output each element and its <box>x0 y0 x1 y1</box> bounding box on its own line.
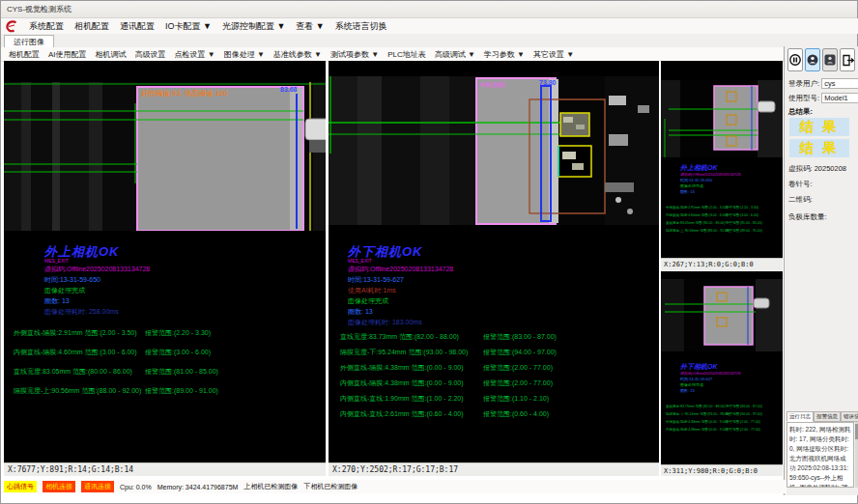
menu-system-config[interactable]: 系统配置 <box>29 20 64 33</box>
measure-row: 内侧直线-隔膜:4.60mm 范围:(3.00 - 6.00)报警范围:(3.0… <box>14 343 218 362</box>
virtual-code-left: 虚拟码:Offline20250208133134728 <box>44 264 150 274</box>
coords-bar-mini-bottom: X:311;Y:980;R:0;G:0;B:0 <box>661 464 783 476</box>
coords-bar-left: X:7677;Y:891;R:14;G:14;B:14 <box>4 462 326 476</box>
tool-image-processing[interactable]: 图像处理 ▼ <box>224 49 265 60</box>
measure-row: 内侧直线-直线:1.90mm 范围:(1.00 - 2.20)报警范围:(1.1… <box>340 391 557 406</box>
ai-time-middle: 使用AI耗时:1ms <box>348 285 453 295</box>
process-done-middle: 图像处理完成 <box>348 295 453 306</box>
sidebar-buttons <box>787 48 855 71</box>
mini-result-top: 外上相机OK 虚拟码:Offline20250208133134728 时间:1… <box>680 165 740 195</box>
tool-ai-config[interactable]: AI使用配置 <box>48 49 87 60</box>
camera-view-mini-bottom[interactable]: 外下相机OK 虚拟码:Offline20250208133134728 时间:1… <box>661 271 783 464</box>
camera-image-mini-bottom[interactable] <box>661 279 783 351</box>
log-tab-error[interactable]: 错误信息 <box>841 411 858 422</box>
width-measure-label: 83.68 <box>280 86 298 93</box>
measure-row: 内侧直线-隔膜:4.38mm 范围:(0.00 - 9.00)报警范围:(2.0… <box>340 376 557 391</box>
elapsed-middle: 图像处理耗时: 183.00ms <box>348 317 453 327</box>
mini-measurements-bottom: 直线宽度:83.73mm 范围:(82.00 - 88.00)报警范围:(83.… <box>666 403 762 434</box>
tool-spot-check[interactable]: 点检设置 ▼ <box>175 49 215 60</box>
tool-advanced-debug[interactable]: 高级调试 ▼ <box>435 49 475 60</box>
circle-count-left: 圈数: 13 <box>44 295 150 306</box>
tool-test-params[interactable]: 测试项参数 ▼ <box>330 49 379 60</box>
menu-view[interactable]: 查看 ▼ <box>296 20 324 33</box>
result-block-middle: 外下相机OK MES_EXIT 虚拟码:Offline2025020813313… <box>348 246 453 327</box>
login-user-button[interactable] <box>805 48 820 71</box>
exit-button[interactable] <box>840 48 855 71</box>
tool-camera-config[interactable]: 相机配置 <box>9 49 40 60</box>
pause-button[interactable] <box>787 48 803 71</box>
menu-bar: 系统配置 相机配置 通讯配置 IO卡配置 ▼ 光源控制配置 ▼ 查看 ▼ 系统语… <box>1 18 858 34</box>
connector-part <box>305 119 326 140</box>
login-user-row: 登录用户: cys <box>788 78 858 89</box>
log-tab-strip: 运行日志 报警信息 错误信息 <box>786 411 858 422</box>
window-title: CYS-视觉检测系统 <box>7 5 72 14</box>
coords-bar-mini-top: X:267;Y:13;R:0;G:0;B:0 <box>661 258 783 270</box>
menu-language-switch[interactable]: 系统语言切换 <box>335 20 387 33</box>
total-result-label: 总结果: <box>788 107 813 117</box>
model-row: 使用型号: Model1 <box>788 93 858 103</box>
camera-view-upper-outer[interactable]: 好的阈值:93, 动态阈值:100 83.68 外上相机OK MES_EXIT … <box>4 61 326 462</box>
result-badge-lower: 结 果 <box>789 139 849 157</box>
status-bar: 心跳信号 相机连接 通讯连接 Cpu: 0.0% Memory: 3424.41… <box>1 480 786 493</box>
coords-bar-middle: X:270;Y:2502;R:17;G:17;B:17 <box>329 462 659 476</box>
tool-baseline-params[interactable]: 基准线参数 ▼ <box>273 49 322 60</box>
measure-row: 外侧直线-隔膜:4.38mm 范围:(0.00 - 9.00)报警范围:(2.0… <box>340 360 557 376</box>
comm-connect-badge: 通讯连接 <box>81 481 114 492</box>
menu-camera-config[interactable]: 相机配置 <box>74 20 109 33</box>
camera-connect-badge: 相机连接 <box>43 481 75 492</box>
stock-count-row: 负极库数量: <box>788 212 827 222</box>
login-user-label: 登录用户: <box>788 79 819 88</box>
elapsed-left: 图像处理耗时: 258.00ms <box>44 306 150 317</box>
memory-usage: Memory: 3424.41796875M <box>157 484 239 490</box>
tool-plc-address[interactable]: PLC地址表 <box>387 49 426 60</box>
measure-row: 隔膜宽度-上:90.56mm 范围:(88.00 - 92.00)报警范围:(8… <box>14 381 218 401</box>
menu-comm-config[interactable]: 通讯配置 <box>120 20 155 33</box>
camera-image-upper-outer[interactable]: 好的阈值:93, 动态阈值:100 83.68 <box>4 82 326 231</box>
window-titlebar: CYS-视觉检测系统 <box>1 1 857 18</box>
camera-image-lower-outer[interactable]: AI检测框 73.80 <box>329 76 659 225</box>
camera-view-lower-outer[interactable]: AI检测框 73.80 外下相机OK MES_EXIT 虚拟码:Offline2… <box>329 61 659 462</box>
model-value[interactable]: Model1 <box>821 93 858 103</box>
cpu-usage: Cpu: 0.0% <box>120 484 152 490</box>
log-text-area: 耗时: 222, 网络检测耗时: 17, 网络分类耗时: 0, 网络提取分区耗时… <box>786 422 854 488</box>
mini-result-bottom: 外下相机OK 虚拟码:Offline20250208133134728 时间:1… <box>680 364 740 394</box>
camera-view-mini-top[interactable]: 外上相机OK 虚拟码:Offline20250208133134728 时间:1… <box>661 61 783 258</box>
tool-other-settings[interactable]: 其它设置 ▼ <box>533 49 574 60</box>
heartbeat-badge: 心跳信号 <box>4 481 37 492</box>
mini-measurements-top: 外侧直线-隔膜:2.91mm 范围:(2.00 - 3.50)报警范围:(2.2… <box>666 204 762 235</box>
threshold-overlay-label: 好的阈值:93, 动态阈值:100 <box>141 89 227 98</box>
lower-camera-status: 下相机已检测图像 <box>303 482 358 491</box>
menu-io-config[interactable]: IO卡配置 ▼ <box>165 20 212 33</box>
measurements-left: 外侧直线-隔膜:2.91mm 范围:(2.00 - 3.50)报警范围:(2.2… <box>14 323 218 401</box>
result-badge-upper: 结 果 <box>789 118 849 136</box>
measure-row: 直线宽度:83.05mm 范围:(80.00 - 86.00)报警范围:(81.… <box>14 362 218 381</box>
operator-icon <box>824 54 836 66</box>
menu-light-config[interactable]: 光源控制配置 ▼ <box>222 20 285 33</box>
virtual-code-row: 虚拟码: 20250208 <box>788 164 846 174</box>
measure-row: 外侧直线-隔膜:2.91mm 范围:(2.00 - 3.50)报警范围:(2.2… <box>14 323 218 343</box>
time-middle: 时间:13-31-59-627 <box>348 274 453 285</box>
camera-status-middle: OK <box>402 244 423 259</box>
upper-camera-status: 上相机已检测图像 <box>243 482 298 491</box>
camera-title-middle: 外下相机 <box>348 244 402 259</box>
camera-image-mini-top[interactable] <box>661 80 783 157</box>
measure-row: 直线宽度:83.73mm 范围:(82.00 - 88.00)报警范围:(83.… <box>340 329 557 345</box>
control-sidebar: 登录用户: cys 使用型号: Model1 总结果: 结 果 结 果 虚拟码:… <box>784 46 858 495</box>
tool-advanced-settings[interactable]: 高级设置 <box>135 49 166 60</box>
user-icon <box>807 54 818 66</box>
time-left: 时间:13-31-59-650 <box>44 274 150 285</box>
qr-code-row: 二维码: <box>788 195 813 205</box>
tool-camera-debug[interactable]: 相机调试 <box>96 49 127 60</box>
circle-count-middle: 圈数: 13 <box>348 306 453 317</box>
log-tab-alarm[interactable]: 报警信息 <box>814 411 841 422</box>
log-tab-run[interactable]: 运行日志 <box>786 411 814 422</box>
ai-box-label: AI检测框 <box>479 81 506 89</box>
needle-number-row: 卷针号: <box>788 180 813 189</box>
width-measure-label: 73.80 <box>539 79 557 86</box>
tool-learn-params[interactable]: 学习参数 ▼ <box>484 49 525 60</box>
result-block-left: 外上相机OK MES_EXIT 虚拟码:Offline2025020813313… <box>44 246 150 317</box>
pause-icon <box>789 54 801 66</box>
operator-button[interactable] <box>822 48 838 71</box>
app-logo-icon <box>5 20 18 33</box>
login-user-value[interactable]: cys <box>821 78 858 89</box>
